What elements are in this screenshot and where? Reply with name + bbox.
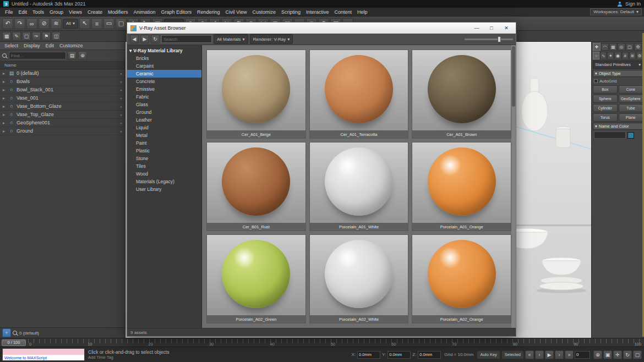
visibility-dot-icon[interactable]: ●	[120, 96, 122, 100]
explorer-row-geosphere[interactable]: ▸ ○ GeoSphere001 ●	[0, 119, 125, 127]
material-card[interactable]: Cer_A01_Beige	[206, 50, 306, 139]
ribbon-selection-icon[interactable]: ▢	[22, 32, 31, 41]
sidebar-item-concrete[interactable]: Concrete	[127, 78, 201, 85]
shapes-icon[interactable]: ∿	[600, 52, 607, 59]
sidebar-item-tiles[interactable]: Tiles	[127, 162, 201, 170]
create-tab-icon[interactable]: ✚	[593, 43, 601, 51]
select-link-icon[interactable]: ∞	[26, 18, 37, 29]
expand-icon[interactable]: ▸	[3, 71, 7, 76]
menu-content[interactable]: Content	[331, 9, 354, 15]
minimize-button[interactable]: —	[471, 24, 483, 32]
menu-graph-editors[interactable]: Graph Editors	[158, 9, 194, 15]
menu-help[interactable]: Help	[354, 9, 370, 15]
z-coordinate-field[interactable]	[418, 351, 441, 359]
pan-icon[interactable]: ✛	[613, 350, 622, 359]
material-card[interactable]: Porcelain_A01_Orange	[412, 142, 511, 231]
sidebar-item-emissive[interactable]: Emissive	[127, 85, 201, 93]
utilities-tab-icon[interactable]: ⚙	[634, 43, 642, 51]
next-key-icon[interactable]: ›	[555, 350, 564, 359]
box-button[interactable]: Box	[593, 85, 618, 94]
spacewarps-icon[interactable]: ≋	[629, 52, 636, 59]
visibility-dot-icon[interactable]: ●	[120, 80, 122, 84]
sidebar-item-legacy[interactable]: Materials (Legacy)	[127, 178, 201, 185]
renderer-dropdown[interactable]: Renderer: V-Ray ▾	[250, 34, 293, 44]
ribbon-freeform-icon[interactable]: ✎	[12, 32, 21, 41]
thumbnail-size-slider[interactable]	[465, 39, 513, 40]
redo-icon[interactable]: ↷	[14, 18, 25, 29]
sidebar-item-bricks[interactable]: Bricks	[127, 54, 201, 62]
modify-tab-icon[interactable]: ◠	[601, 43, 609, 51]
library-root[interactable]: ▾ V-Ray Material Library	[127, 47, 201, 54]
zoom-icon[interactable]: ⊕	[593, 350, 602, 359]
orbit-icon[interactable]: ↻	[623, 350, 632, 359]
sidebar-item-stone[interactable]: Stone	[127, 155, 201, 162]
helpers-icon[interactable]: #	[622, 52, 629, 59]
material-card[interactable]: Porcelain_A01_White	[309, 142, 409, 231]
menu-scripting[interactable]: Scripting	[279, 9, 303, 15]
menu-edit[interactable]: Edit	[16, 9, 30, 15]
primitive-category-dropdown[interactable]: Standard Primitives ▾	[593, 61, 643, 69]
cylinder-button[interactable]: Cylinder	[593, 104, 618, 112]
sidebar-item-glass[interactable]: Glass	[127, 101, 201, 108]
prev-key-icon[interactable]: ‹	[535, 350, 544, 359]
expand-icon[interactable]: ▸	[3, 104, 7, 109]
expand-icon[interactable]: ▸	[3, 120, 7, 125]
current-layer-label[interactable]: 0 (default)	[19, 331, 39, 336]
unlink-icon[interactable]: ⊘	[39, 18, 50, 29]
explorer-row-ground[interactable]: ▸ ○ Ground ●	[0, 127, 125, 135]
expand-icon[interactable]: ▸	[3, 87, 7, 92]
asset-search-input[interactable]	[161, 35, 212, 43]
material-card[interactable]: Cer_B01_Rust	[206, 142, 306, 231]
explorer-search-input[interactable]	[9, 52, 66, 59]
hierarchy-tab-icon[interactable]: ▦	[609, 43, 617, 51]
back-icon[interactable]: ◀	[130, 35, 139, 43]
explorer-menu-edit[interactable]: Edit	[43, 43, 57, 48]
add-layer-icon[interactable]: +	[2, 328, 11, 337]
display-tab-icon[interactable]: ▢	[626, 43, 634, 51]
menu-tools[interactable]: Tools	[30, 9, 47, 15]
pick-layer-icon[interactable]: ⊕	[78, 51, 87, 60]
y-coordinate-field[interactable]	[388, 351, 411, 359]
menu-interactive[interactable]: Interactive	[303, 9, 332, 15]
explorer-row-vase[interactable]: ▸ ○ Vase_001 ●	[0, 94, 125, 102]
material-card[interactable]: Porcelain_A02_White	[309, 234, 409, 323]
go-end-icon[interactable]: »	[565, 350, 574, 359]
sidebar-item-plastic[interactable]: Plastic	[127, 147, 201, 155]
undo-icon[interactable]: ↶	[2, 18, 13, 29]
listener-line[interactable]: Welcome to MAXScript	[3, 355, 84, 361]
visibility-dot-icon[interactable]: ●	[120, 105, 122, 108]
selected-dropdown[interactable]: Selected	[501, 350, 524, 359]
torus-button[interactable]: Torus	[593, 113, 618, 122]
crossing-selection-icon[interactable]: ▢	[116, 18, 127, 29]
explorer-row-layer-default[interactable]: ▸ ▤ 0 (default) ●	[0, 69, 125, 78]
explorer-menu-select[interactable]: Select	[2, 43, 20, 48]
cone-button[interactable]: Cone	[619, 85, 643, 94]
material-card[interactable]: Cer_A01_Brown	[412, 50, 511, 139]
play-icon[interactable]: ▶	[545, 350, 554, 359]
expand-icon[interactable]: ▸	[3, 112, 7, 117]
menu-create[interactable]: Create	[85, 9, 105, 15]
workspace-selector[interactable]: Workspaces: Default ▾	[590, 8, 642, 15]
forward-icon[interactable]: ▶	[140, 35, 149, 43]
tube-button[interactable]: Tube	[619, 104, 643, 112]
explorer-row-vase-top[interactable]: ▸ ○ Vase_Top_Glaze ●	[0, 111, 125, 119]
expand-icon[interactable]: ▸	[3, 129, 7, 134]
ribbon-populate-icon[interactable]: ⚑	[42, 32, 51, 41]
expand-icon[interactable]: ▸	[3, 96, 7, 101]
menu-civil-view[interactable]: Civil View	[223, 9, 250, 15]
material-card[interactable]: Porcelain_A02_Green	[206, 234, 306, 323]
explorer-row-bowl-stack[interactable]: ▸ ○ Bowl_Stack_001 ●	[0, 86, 125, 94]
expand-icon[interactable]: ▸	[3, 79, 7, 84]
sidebar-item-leather[interactable]: Leather	[127, 116, 201, 124]
menu-customize[interactable]: Customize	[249, 9, 279, 15]
x-coordinate-field[interactable]	[357, 351, 380, 359]
object-color-swatch[interactable]	[627, 132, 634, 139]
maximize-viewport-icon[interactable]: ▢	[633, 350, 642, 359]
sidebar-item-metal[interactable]: Metal	[127, 131, 201, 139]
geosphere-button[interactable]: GeoSphere	[619, 95, 643, 103]
grid-scrollbar[interactable]	[511, 45, 516, 328]
user-account-icon[interactable]	[618, 2, 623, 7]
ribbon-grid-icon[interactable]: ◫	[52, 32, 61, 41]
object-type-rollout-header[interactable]: ▾ Object Type	[593, 70, 643, 77]
plane-button[interactable]: Plane	[619, 113, 643, 122]
